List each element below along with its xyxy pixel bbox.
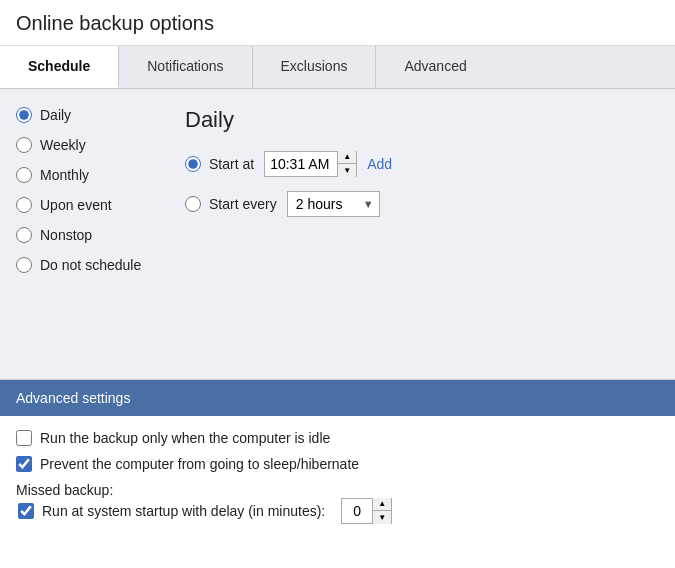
start-every-radio[interactable]	[185, 196, 201, 212]
time-input-wrapper: ▲ ▼	[264, 151, 357, 177]
tab-advanced[interactable]: Advanced	[376, 46, 494, 88]
idle-backup-checkbox[interactable]	[16, 430, 32, 446]
start-at-label: Start at	[209, 156, 254, 172]
start-every-row: Start every 2 hours 4 hours 6 hours 8 ho…	[185, 191, 655, 217]
time-input[interactable]	[265, 152, 337, 176]
prevent-sleep-row: Prevent the computer from going to sleep…	[16, 456, 659, 472]
start-every-label: Start every	[209, 196, 277, 212]
missed-backup-checkbox[interactable]	[18, 503, 34, 519]
hours-select[interactable]: 2 hours 4 hours 6 hours 8 hours 12 hours	[287, 191, 380, 217]
tabs-container: Schedule Notifications Exclusions Advanc…	[0, 46, 675, 89]
missed-backup-checkbox-label: Run at system startup with delay (in min…	[42, 503, 325, 519]
tab-schedule[interactable]: Schedule	[0, 46, 119, 88]
advanced-settings-label: Advanced settings	[16, 390, 130, 406]
missed-backup-section: Missed backup: Run at system startup wit…	[16, 482, 659, 524]
schedule-detail: Daily Start at ▲ ▼ Add Start every	[165, 89, 675, 379]
tab-notifications[interactable]: Notifications	[119, 46, 252, 88]
start-every-radio-label[interactable]: Start every	[185, 196, 277, 212]
start-at-row: Start at ▲ ▼ Add	[185, 151, 655, 177]
tab-exclusions[interactable]: Exclusions	[253, 46, 377, 88]
page-title: Online backup options	[0, 0, 675, 46]
idle-backup-label: Run the backup only when the computer is…	[40, 430, 330, 446]
schedule-option-do-not-schedule-label: Do not schedule	[40, 257, 141, 273]
schedule-option-monthly-label: Monthly	[40, 167, 89, 183]
schedule-option-daily[interactable]: Daily	[16, 107, 149, 123]
schedule-option-upon-event[interactable]: Upon event	[16, 197, 149, 213]
delay-spinner: ▲ ▼	[372, 498, 391, 524]
missed-backup-label: Missed backup:	[16, 482, 113, 498]
schedule-option-nonstop[interactable]: Nonstop	[16, 227, 149, 243]
add-link[interactable]: Add	[367, 156, 392, 172]
time-spinner: ▲ ▼	[337, 151, 356, 177]
schedule-option-weekly-label: Weekly	[40, 137, 86, 153]
advanced-settings-bar: Advanced settings	[0, 380, 675, 416]
delay-spinner-up[interactable]: ▲	[373, 498, 391, 511]
missed-backup-row: Run at system startup with delay (in min…	[18, 498, 659, 524]
idle-backup-row: Run the backup only when the computer is…	[16, 430, 659, 446]
start-at-radio-label[interactable]: Start at	[185, 156, 254, 172]
schedule-option-monthly[interactable]: Monthly	[16, 167, 149, 183]
time-spinner-down[interactable]: ▼	[338, 164, 356, 177]
bottom-section: Run the backup only when the computer is…	[0, 416, 675, 548]
schedule-heading: Daily	[185, 107, 655, 133]
schedule-option-weekly[interactable]: Weekly	[16, 137, 149, 153]
delay-input-wrapper: ▲ ▼	[341, 498, 392, 524]
schedule-option-do-not-schedule[interactable]: Do not schedule	[16, 257, 149, 273]
schedule-option-upon-event-label: Upon event	[40, 197, 112, 213]
start-at-radio[interactable]	[185, 156, 201, 172]
time-spinner-up[interactable]: ▲	[338, 151, 356, 164]
schedule-list: Daily Weekly Monthly Upon event Nonstop …	[0, 89, 165, 379]
schedule-option-daily-label: Daily	[40, 107, 71, 123]
delay-spinner-down[interactable]: ▼	[373, 511, 391, 524]
schedule-option-nonstop-label: Nonstop	[40, 227, 92, 243]
prevent-sleep-checkbox[interactable]	[16, 456, 32, 472]
prevent-sleep-label: Prevent the computer from going to sleep…	[40, 456, 359, 472]
main-content: Daily Weekly Monthly Upon event Nonstop …	[0, 89, 675, 379]
hours-select-wrapper: 2 hours 4 hours 6 hours 8 hours 12 hours…	[287, 191, 380, 217]
delay-input[interactable]	[342, 499, 372, 523]
